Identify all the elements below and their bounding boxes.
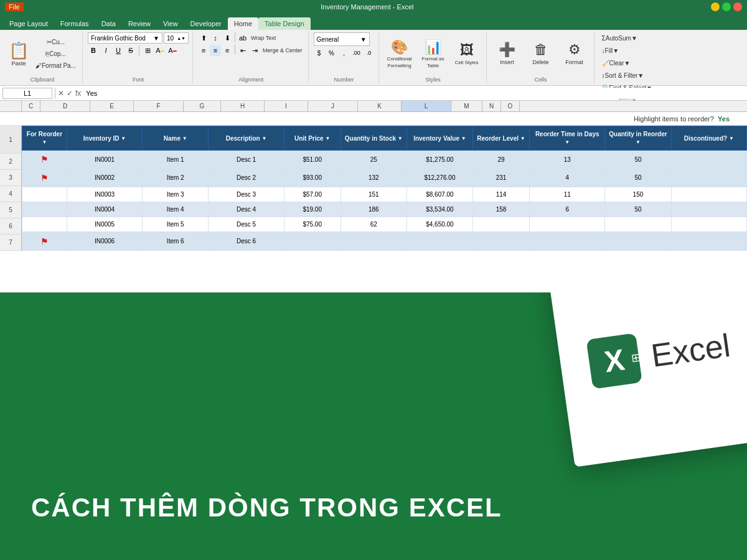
name-box[interactable] xyxy=(2,88,52,99)
cell-qty[interactable] xyxy=(341,232,406,251)
cell-days[interactable]: 6 xyxy=(530,202,605,217)
cell-disc[interactable] xyxy=(671,169,746,187)
th-description-filter[interactable]: ▼ xyxy=(261,136,266,142)
cell-reorder[interactable] xyxy=(473,232,530,251)
cell-disc[interactable] xyxy=(671,202,746,217)
currency-button[interactable]: $ xyxy=(314,47,325,58)
cell-price[interactable]: $93.00 xyxy=(284,169,341,187)
cell-qtyReorder[interactable]: 50 xyxy=(605,202,671,217)
th-reorder-days[interactable]: Reorder Time in Days ▼ xyxy=(530,126,605,151)
cell-name[interactable]: Item 1 xyxy=(143,151,209,169)
merge-center-button[interactable]: Merge & Center xyxy=(261,45,304,56)
cell-desc[interactable]: Desc 4 xyxy=(209,202,284,217)
col-g[interactable]: G xyxy=(184,101,221,111)
fill-color-button[interactable]: A▬ xyxy=(154,45,166,56)
cell-disc[interactable] xyxy=(671,151,746,169)
fill-button[interactable]: ↓ Fill ▼ xyxy=(599,45,622,56)
col-m[interactable]: M xyxy=(451,101,482,111)
cell-value[interactable]: $1,275.00 xyxy=(406,151,472,169)
confirm-formula-icon[interactable]: ✓ xyxy=(67,89,73,98)
tab-table-design[interactable]: Table Design xyxy=(258,17,311,30)
cell-value[interactable]: $12,276.00 xyxy=(406,169,472,187)
borders-button[interactable]: ⊞ xyxy=(142,45,153,56)
tab-data[interactable]: Data xyxy=(95,17,122,30)
cell-days[interactable] xyxy=(530,217,605,232)
cell-qty[interactable]: 186 xyxy=(341,202,406,217)
col-k[interactable]: K xyxy=(358,101,402,111)
tab-page-layout[interactable]: Page Layout xyxy=(3,17,54,30)
cell-value[interactable]: $8,607.00 xyxy=(406,187,472,202)
cell-id[interactable]: IN0006 xyxy=(67,232,142,251)
cell-qty[interactable]: 62 xyxy=(341,217,406,232)
th-inv-value-filter[interactable]: ▼ xyxy=(461,136,466,142)
th-inventory-id[interactable]: Inventory ID ▼ xyxy=(67,126,142,151)
align-right-button[interactable]: ≡ xyxy=(222,45,233,56)
flag-cell[interactable] xyxy=(22,187,67,202)
font-color-button[interactable]: A▬ xyxy=(167,45,178,56)
comma-button[interactable]: , xyxy=(339,47,350,58)
th-reorder-days-filter[interactable]: ▼ xyxy=(565,139,570,146)
th-name-filter[interactable]: ▼ xyxy=(182,136,187,142)
number-format-selector[interactable]: General ▼ xyxy=(314,32,370,46)
close-button[interactable] xyxy=(733,2,742,11)
cut-button[interactable]: ✂ Cu... xyxy=(33,37,78,48)
cell-desc[interactable]: Desc 1 xyxy=(209,151,284,169)
minimize-button[interactable] xyxy=(711,2,720,11)
underline-button[interactable]: U xyxy=(113,45,124,56)
cell-qtyReorder[interactable]: 150 xyxy=(605,187,671,202)
autosum-button[interactable]: Σ AutoSum ▼ xyxy=(599,32,640,44)
th-qty-reorder[interactable]: Quantity in Reorder ▼ xyxy=(605,126,671,151)
bold-button[interactable]: B xyxy=(88,45,99,56)
sort-filter-button[interactable]: ↕ Sort & Filter ▼ xyxy=(599,70,647,81)
th-inventory-id-filter[interactable]: ▼ xyxy=(121,136,126,142)
th-discontinued-filter[interactable]: ▼ xyxy=(729,136,734,142)
cell-disc[interactable] xyxy=(671,217,746,232)
col-c[interactable]: C xyxy=(22,101,40,111)
th-discontinued[interactable]: Discontinued? ▼ xyxy=(671,126,746,151)
th-description[interactable]: Description ▼ xyxy=(209,126,284,151)
tab-formulas[interactable]: Formulas xyxy=(54,17,95,30)
col-i[interactable]: I xyxy=(265,101,308,111)
cell-id[interactable]: IN0005 xyxy=(67,217,142,232)
th-unit-price-filter[interactable]: ▼ xyxy=(325,136,330,142)
cell-price[interactable]: $19.00 xyxy=(284,202,341,217)
th-name[interactable]: Name ▼ xyxy=(143,126,209,151)
cell-name[interactable]: Item 4 xyxy=(143,202,209,217)
th-unit-price[interactable]: Unit Price ▼ xyxy=(284,126,341,151)
cell-price[interactable]: $57.00 xyxy=(284,187,341,202)
clear-button[interactable]: 🧹 Clear ▼ xyxy=(599,57,633,68)
flag-cell[interactable]: ⚑ xyxy=(22,232,67,251)
cell-name[interactable]: Item 6 xyxy=(143,232,209,251)
cell-qtyReorder[interactable]: 50 xyxy=(605,169,671,187)
maximize-button[interactable] xyxy=(722,2,731,11)
tab-home[interactable]: Home xyxy=(228,17,258,30)
th-for-reorder[interactable]: For Reorder ▼ xyxy=(22,126,67,151)
col-d[interactable]: D xyxy=(40,101,90,111)
cell-price[interactable]: $51.00 xyxy=(284,151,341,169)
align-center-button[interactable]: ≡ xyxy=(210,45,221,56)
cell-days[interactable]: 13 xyxy=(530,151,605,169)
wrap-text-button[interactable]: Wrap Text xyxy=(249,32,278,44)
cell-reorder[interactable] xyxy=(473,217,530,232)
cell-days[interactable]: 11 xyxy=(530,187,605,202)
col-l[interactable]: L xyxy=(402,101,451,111)
cell-qty[interactable]: 132 xyxy=(341,169,406,187)
cell-name[interactable]: Item 3 xyxy=(143,187,209,202)
cell-value[interactable] xyxy=(406,232,472,251)
cell-disc[interactable] xyxy=(671,187,746,202)
formula-input[interactable] xyxy=(83,88,745,99)
increase-decimal-button[interactable]: .0 xyxy=(364,47,375,58)
flag-cell[interactable] xyxy=(22,202,67,217)
cell-desc[interactable]: Desc 2 xyxy=(209,169,284,187)
cell-qtyReorder[interactable] xyxy=(605,217,671,232)
font-size-selector[interactable]: 10 ▲▼ xyxy=(164,32,189,44)
cell-reorder[interactable]: 231 xyxy=(473,169,530,187)
align-left-button[interactable]: ≡ xyxy=(198,45,209,56)
flag-cell[interactable]: ⚑ xyxy=(22,151,67,169)
format-painter-button[interactable]: 🖌 Format Pa... xyxy=(33,60,78,72)
tab-review[interactable]: Review xyxy=(122,17,157,30)
col-j[interactable]: J xyxy=(308,101,358,111)
flag-cell[interactable]: ⚑ xyxy=(22,169,67,187)
cell-reorder[interactable]: 158 xyxy=(473,202,530,217)
conditional-formatting-button[interactable]: 🎨 Conditional Formatting xyxy=(384,35,415,73)
